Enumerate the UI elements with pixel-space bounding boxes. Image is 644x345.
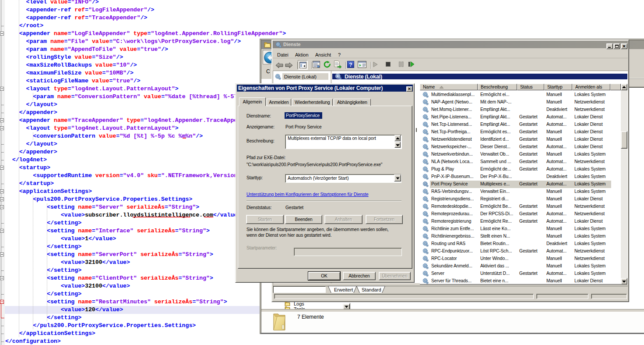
svg-text:?: ? xyxy=(349,62,352,68)
